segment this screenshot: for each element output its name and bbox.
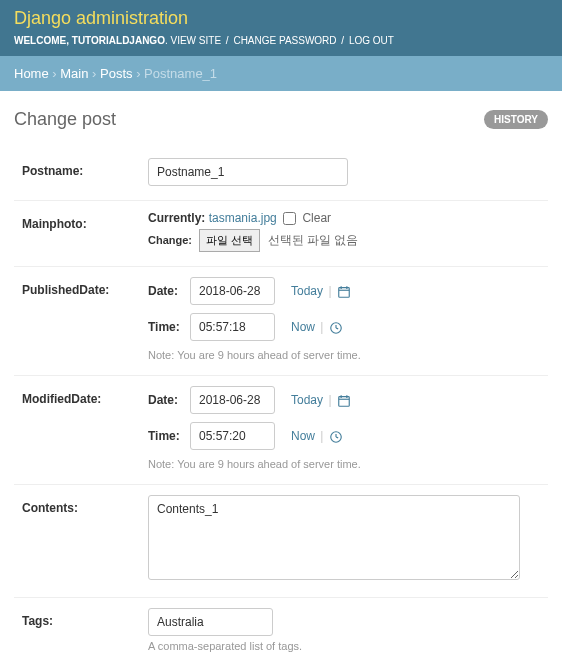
label-modified: ModifiedDate: xyxy=(22,386,148,470)
clear-checkbox[interactable] xyxy=(283,212,296,225)
modified-now-link[interactable]: Now xyxy=(291,429,315,443)
tags-input[interactable] xyxy=(148,608,273,636)
label-mainphoto: Mainphoto: xyxy=(22,211,148,252)
username: TUTORIALDJANGO xyxy=(72,35,165,46)
welcome-text: WELCOME, xyxy=(14,35,69,46)
svg-rect-2 xyxy=(340,286,341,289)
row-postname: Postname: xyxy=(14,148,548,201)
published-today-link[interactable]: Today xyxy=(291,284,323,298)
svg-rect-0 xyxy=(339,287,350,297)
published-now-link[interactable]: Now xyxy=(291,320,315,334)
branding-title: Django administration xyxy=(14,8,548,29)
label-postname: Postname: xyxy=(22,158,148,186)
row-published: PublishedDate: Date: Today | Time: Now | xyxy=(14,267,548,376)
row-contents: Contents: xyxy=(14,485,548,598)
published-time-input[interactable] xyxy=(190,313,275,341)
history-button[interactable]: HISTORY xyxy=(484,110,548,129)
user-links: WELCOME, TUTORIALDJANGO. VIEW SITE / CHA… xyxy=(14,35,548,46)
published-date-label: Date: xyxy=(148,284,184,298)
svg-rect-10 xyxy=(346,395,347,398)
row-mainphoto: Mainphoto: Currently: tasmania.jpg Clear… xyxy=(14,201,548,267)
logout-link[interactable]: LOG OUT xyxy=(349,35,394,46)
label-published: PublishedDate: xyxy=(22,277,148,361)
currently-label: Currently: xyxy=(148,211,205,225)
modified-date-input[interactable] xyxy=(190,386,275,414)
published-date-input[interactable] xyxy=(190,277,275,305)
modified-time-label: Time: xyxy=(148,429,184,443)
postname-input[interactable] xyxy=(148,158,348,186)
label-contents: Contents: xyxy=(22,495,148,583)
file-status: 선택된 파일 없음 xyxy=(268,233,359,247)
breadcrumb-current: Postname_1 xyxy=(144,66,217,81)
clear-label: Clear xyxy=(302,211,331,225)
content: Change post HISTORY Postname: Mainphoto:… xyxy=(0,91,562,657)
svg-rect-9 xyxy=(340,395,341,398)
svg-rect-7 xyxy=(339,396,350,406)
modified-today-link[interactable]: Today xyxy=(291,393,323,407)
calendar-icon[interactable] xyxy=(337,285,351,299)
modified-tz-note: Note: You are 9 hours ahead of server ti… xyxy=(148,458,540,470)
breadcrumb: Home › Main › Posts › Postname_1 xyxy=(0,56,562,91)
admin-header: Django administration WELCOME, TUTORIALD… xyxy=(0,0,562,56)
change-label: Change: xyxy=(148,234,192,246)
label-tags: Tags: xyxy=(22,608,148,652)
clock-icon[interactable] xyxy=(329,321,343,335)
change-password-link[interactable]: CHANGE PASSWORD xyxy=(233,35,336,46)
view-site-link[interactable]: VIEW SITE xyxy=(171,35,222,46)
file-choose-button[interactable]: 파일 선택 xyxy=(199,229,260,252)
modified-time-input[interactable] xyxy=(190,422,275,450)
published-time-label: Time: xyxy=(148,320,184,334)
calendar-icon[interactable] xyxy=(337,394,351,408)
current-file-link[interactable]: tasmania.jpg xyxy=(209,211,277,225)
clock-icon[interactable] xyxy=(329,430,343,444)
page-title: Change post xyxy=(14,109,116,130)
svg-line-13 xyxy=(336,437,338,438)
breadcrumb-app[interactable]: Main xyxy=(60,66,88,81)
tags-help: A comma-separated list of tags. xyxy=(148,640,540,652)
svg-rect-3 xyxy=(346,286,347,289)
published-tz-note: Note: You are 9 hours ahead of server ti… xyxy=(148,349,540,361)
contents-textarea[interactable] xyxy=(148,495,520,580)
modified-date-label: Date: xyxy=(148,393,184,407)
row-tags: Tags: A comma-separated list of tags. xyxy=(14,598,548,657)
breadcrumb-model[interactable]: Posts xyxy=(100,66,133,81)
row-modified: ModifiedDate: Date: Today | Time: Now | xyxy=(14,376,548,485)
svg-line-6 xyxy=(336,328,338,329)
breadcrumb-home[interactable]: Home xyxy=(14,66,49,81)
